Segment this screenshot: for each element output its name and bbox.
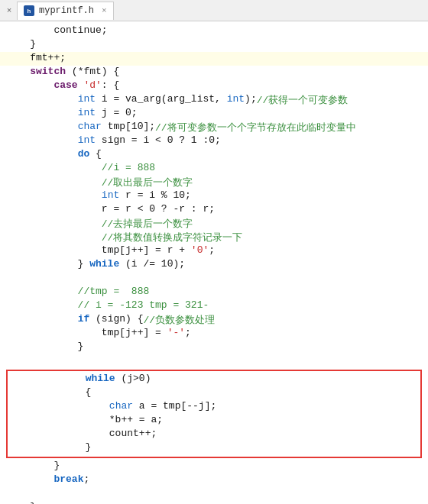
code-line: //将其数值转换成字符记录一下 [0,231,428,244]
code-line: tmp[j++] = r + '0'; [0,244,428,258]
code-line [0,272,428,286]
code-line: // i = -123 tmp = 321- [0,299,428,313]
code-line: int i = va_arg(arg_list, int);//获得一个可变参数 [0,93,428,107]
tab-bar: × h myprintf.h × [0,0,428,21]
file-tab[interactable]: h myprintf.h × [17,2,114,20]
code-line: } [0,501,428,504]
code-line: while (j>0) [8,373,420,386]
code-line: continue; [0,24,428,38]
code-line: switch (*fmt) { [0,66,428,79]
code-line: } [0,460,428,473]
code-line: tmp[j++] = '-'; [0,327,428,341]
file-type-icon: h [24,5,34,16]
code-line: //去掉最后一个数字 [0,217,428,231]
code-line: do { [0,148,428,162]
window-close-button[interactable]: × [3,5,15,17]
code-line: fmt++; [0,52,428,66]
tab-close-icon[interactable]: × [102,6,107,15]
code-line: char a = tmp[--j]; [8,400,420,414]
code-line: if (sign) {//负数参数处理 [0,313,428,327]
code-line: char tmp[10];//将可变参数一个个字节存放在此临时变量中 [0,121,428,134]
code-line: //tmp = 888 [0,286,428,299]
code-line: r = r < 0 ? -r : r; [0,203,428,217]
code-line: *b++ = a; [8,414,420,428]
code-line: case 'd': { [0,79,428,93]
code-line: int r = i % 10; [0,189,428,203]
code-line: } [0,38,428,52]
code-line [0,487,428,501]
code-line: int j = 0; [0,107,428,121]
code-line: count++; [8,428,420,441]
code-line: int sign = i < 0 ? 1 :0; [0,134,428,148]
code-line: break; [0,473,428,487]
code-line: } [8,441,420,455]
code-line [0,354,428,368]
highlighted-code-block: while (j>0) { char a = tmp[--j]; *b++ = … [6,370,422,458]
tab-filename: myprintf.h [39,5,94,16]
code-line: //i = 888 [0,162,428,176]
code-line: //取出最后一个数字 [0,176,428,189]
code-line: } while (i /= 10); [0,258,428,272]
code-line: { [8,386,420,400]
code-area: continue; } fmt++; switch (*fmt) { case … [0,21,428,504]
code-line: } [0,341,428,354]
